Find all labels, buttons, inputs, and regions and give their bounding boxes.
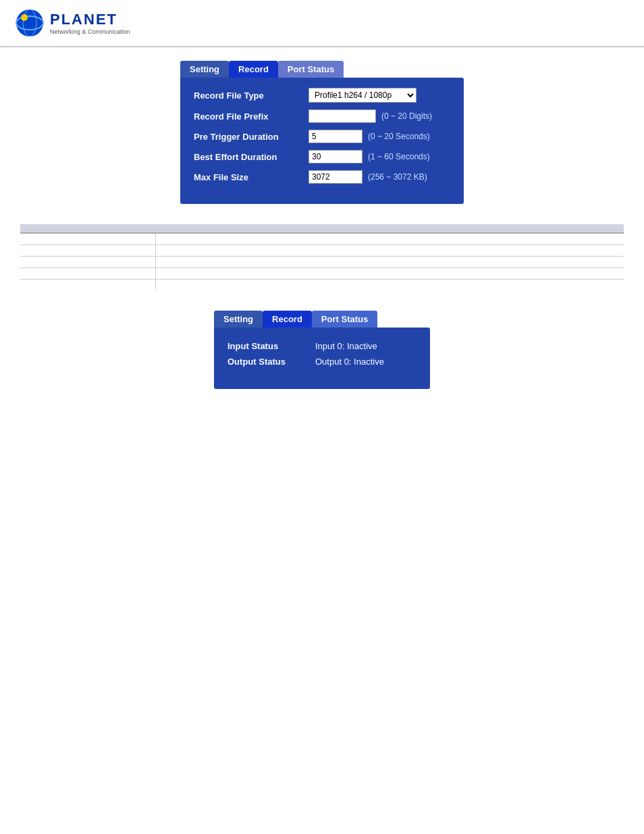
- header: PLANET Networking & Communication: [0, 0, 644, 47]
- label-output-status: Output Status: [227, 357, 315, 367]
- label-best-effort: Best Effort Duration: [194, 152, 308, 162]
- table-row: [20, 268, 624, 280]
- tab-port-status-label: Port Status: [288, 64, 334, 74]
- tab2-record[interactable]: Record: [263, 311, 312, 328]
- form-row-max-file-size: Max File Size (256 ~ 3072 KB): [194, 170, 450, 184]
- port-status-panel-body: Input Status Input 0: Inactive Output St…: [214, 328, 430, 389]
- form-row-file-type: Record File Type Profile1 h264 / 1080p P…: [194, 88, 450, 103]
- table-header-col2: [155, 224, 624, 233]
- tab-record[interactable]: Record: [229, 61, 278, 78]
- main-content: Setting Record Port Status Record File T…: [0, 47, 644, 402]
- tab2-setting[interactable]: Setting: [214, 311, 263, 328]
- label-pre-trigger: Pre Trigger Duration: [194, 132, 308, 142]
- tab2-record-label: Record: [272, 314, 302, 324]
- table-cell-left: [20, 268, 155, 280]
- status-row-input: Input Status Input 0: Inactive: [227, 341, 417, 351]
- table-cell-right: [155, 233, 624, 245]
- form-row-pre-trigger: Pre Trigger Duration (0 ~ 20 Seconds): [194, 130, 450, 143]
- tab-record-label: Record: [238, 64, 269, 74]
- record-panel-body: Record File Type Profile1 h264 / 1080p P…: [180, 78, 464, 204]
- table-cell-left: [20, 245, 155, 257]
- logo-area: PLANET Networking & Communication: [14, 7, 130, 39]
- tab2-port-status[interactable]: Port Status: [312, 311, 377, 328]
- label-input-status: Input Status: [227, 341, 315, 351]
- table-cell-left: [20, 257, 155, 268]
- table-row: [20, 257, 624, 268]
- label-record-file-prefix: Record File Prefix: [194, 111, 308, 122]
- table-cell-right: [155, 280, 624, 291]
- input-record-file-prefix[interactable]: [308, 109, 376, 123]
- port-status-tabs: Setting Record Port Status: [214, 311, 430, 328]
- svg-point-0: [16, 9, 43, 36]
- table-row: [20, 280, 624, 291]
- status-row-output: Output Status Output 0: Inactive: [227, 357, 417, 367]
- input-max-file-size[interactable]: [308, 170, 363, 184]
- hint-pre-trigger: (0 ~ 20 Seconds): [368, 132, 430, 141]
- label-record-file-type: Record File Type: [194, 90, 308, 101]
- logo-planet-text: PLANET: [50, 11, 130, 28]
- planet-logo-icon: [14, 7, 46, 39]
- label-max-file-size: Max File Size: [194, 172, 308, 182]
- table-row: [20, 245, 624, 257]
- input-best-effort[interactable]: [308, 150, 363, 163]
- tab2-port-status-label: Port Status: [321, 314, 368, 324]
- table-row: [20, 233, 624, 245]
- hint-max-file-size: (256 ~ 3072 KB): [368, 172, 427, 182]
- value-input-status: Input 0: Inactive: [315, 341, 377, 351]
- table-cell-right: [155, 245, 624, 257]
- tab-setting[interactable]: Setting: [180, 61, 229, 78]
- record-panel-wrapper: Setting Record Port Status Record File T…: [20, 61, 624, 204]
- control-area-best-effort: (1 ~ 60 Seconds): [308, 150, 430, 163]
- control-area-max-file-size: (256 ~ 3072 KB): [308, 170, 427, 184]
- input-pre-trigger[interactable]: [308, 130, 363, 143]
- control-area-pre-trigger: (0 ~ 20 Seconds): [308, 130, 430, 143]
- table-cell-left: [20, 233, 155, 245]
- svg-point-3: [21, 14, 28, 21]
- settings-table-section: [20, 224, 624, 290]
- control-area-file-type: Profile1 h264 / 1080p Profile2 h264 / 72…: [308, 88, 417, 103]
- value-output-status: Output 0: Inactive: [315, 357, 384, 367]
- logo-sub-text: Networking & Communication: [50, 28, 130, 35]
- record-tabs: Setting Record Port Status: [180, 61, 464, 78]
- control-area-file-prefix: (0 ~ 20 Digits): [308, 109, 432, 123]
- hint-best-effort: (1 ~ 60 Seconds): [368, 152, 430, 161]
- tab2-setting-label: Setting: [223, 314, 253, 324]
- table-cell-right: [155, 268, 624, 280]
- table-cell-left: [20, 280, 155, 291]
- table-cell-right: [155, 257, 624, 268]
- form-row-best-effort: Best Effort Duration (1 ~ 60 Seconds): [194, 150, 450, 163]
- logo-text-area: PLANET Networking & Communication: [50, 11, 130, 35]
- port-status-panel-wrapper: Setting Record Port Status Input Status …: [20, 311, 624, 389]
- port-status-panel-container: Setting Record Port Status Input Status …: [214, 311, 430, 389]
- table-header-col1: [20, 224, 155, 233]
- record-panel-container: Setting Record Port Status Record File T…: [180, 61, 464, 204]
- form-row-file-prefix: Record File Prefix (0 ~ 20 Digits): [194, 109, 450, 123]
- settings-table: [20, 224, 624, 290]
- select-record-file-type[interactable]: Profile1 h264 / 1080p Profile2 h264 / 72…: [308, 88, 417, 103]
- hint-file-prefix: (0 ~ 20 Digits): [381, 111, 432, 121]
- tab-setting-label: Setting: [190, 64, 219, 74]
- tab-port-status[interactable]: Port Status: [278, 61, 344, 78]
